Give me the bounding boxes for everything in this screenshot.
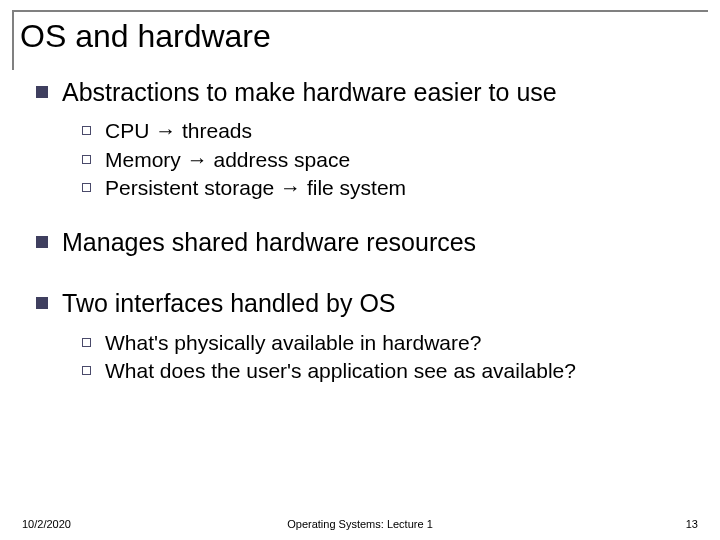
sub-bullet-text: Persistent storage → file system	[105, 175, 406, 201]
bullet-level2: What's physically available in hardware?	[82, 330, 702, 356]
hollow-square-bullet-icon	[82, 338, 91, 347]
slide: OS and hardware Abstractions to make har…	[0, 0, 720, 540]
square-bullet-icon	[36, 236, 48, 248]
bullet-level2: CPU → threads	[82, 118, 702, 144]
title-wrap: OS and hardware	[18, 10, 702, 55]
sub-bullet-text: Memory → address space	[105, 147, 350, 173]
content: Abstractions to make hardware easier to …	[18, 77, 702, 384]
sub-text: Memory → address space	[105, 148, 350, 171]
bullet-text: Manages shared hardware resources	[62, 227, 476, 258]
sub-bullet-text: What's physically available in hardware?	[105, 330, 481, 356]
sub-list: CPU → threads Memory → address space Per…	[36, 118, 702, 201]
bullet-level1: Abstractions to make hardware easier to …	[36, 77, 702, 108]
bullet-level1: Two interfaces handled by OS	[36, 288, 702, 319]
sub-bullet-text: What does the user's application see as …	[105, 358, 576, 384]
hollow-square-bullet-icon	[82, 183, 91, 192]
hollow-square-bullet-icon	[82, 155, 91, 164]
hollow-square-bullet-icon	[82, 366, 91, 375]
sub-bullet-text: CPU → threads	[105, 118, 252, 144]
sub-list: What's physically available in hardware?…	[36, 330, 702, 385]
bullet-level2: Memory → address space	[82, 147, 702, 173]
square-bullet-icon	[36, 86, 48, 98]
sub-text: Persistent storage → file system	[105, 176, 406, 199]
bullet-text: Abstractions to make hardware easier to …	[62, 77, 557, 108]
hollow-square-bullet-icon	[82, 126, 91, 135]
bullet-level1: Manages shared hardware resources	[36, 227, 702, 258]
footer-title: Operating Systems: Lecture 1	[0, 518, 720, 530]
footer-page-number: 13	[686, 518, 698, 530]
bullet-text: Two interfaces handled by OS	[62, 288, 396, 319]
square-bullet-icon	[36, 297, 48, 309]
bullet-level2: What does the user's application see as …	[82, 358, 702, 384]
footer: 10/2/2020 Operating Systems: Lecture 1 1…	[0, 512, 720, 530]
sub-text: CPU → threads	[105, 119, 252, 142]
bullet-level2: Persistent storage → file system	[82, 175, 702, 201]
slide-title: OS and hardware	[18, 16, 702, 55]
